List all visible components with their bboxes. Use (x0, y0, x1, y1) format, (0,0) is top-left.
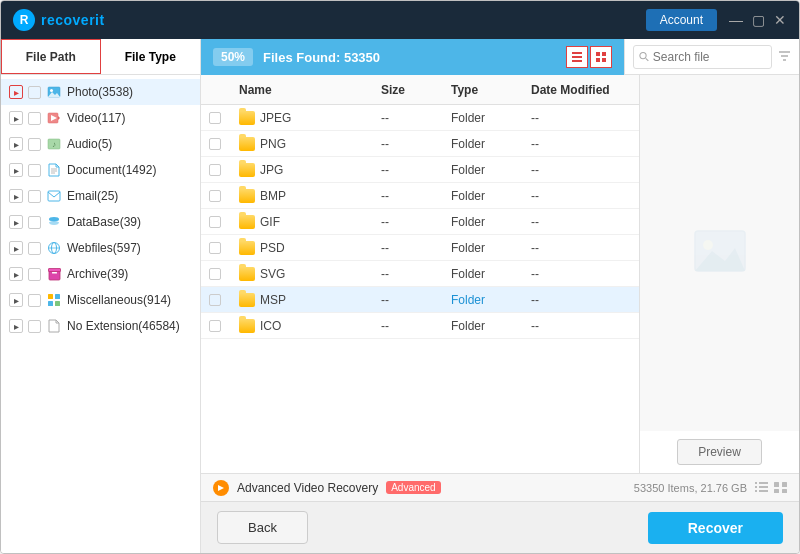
col-date-header: Date Modified (531, 83, 631, 97)
file-type: Folder (451, 293, 531, 307)
col-size-header: Size (381, 83, 451, 97)
file-name: SVG (260, 267, 285, 281)
search-input-wrap (633, 45, 772, 69)
svg-rect-23 (572, 52, 582, 54)
tab-file-path[interactable]: File Path (1, 39, 101, 74)
table-row[interactable]: GIF -- Folder -- (201, 209, 639, 235)
sidebar-item-database[interactable]: ▸ DataBase(39) (1, 209, 200, 235)
row-checkbox[interactable] (209, 294, 221, 306)
item-checkbox[interactable] (28, 164, 41, 177)
file-name: MSP (260, 293, 286, 307)
table-row[interactable]: ICO -- Folder -- (201, 313, 639, 339)
row-checkbox[interactable] (209, 216, 221, 228)
list-view-btn[interactable] (566, 46, 588, 68)
sidebar-item-email[interactable]: ▸ Email(25) (1, 183, 200, 209)
svg-line-31 (646, 58, 649, 61)
top-bar-row: 50% Files Found: 53350 (201, 39, 799, 75)
item-checkbox[interactable] (28, 216, 41, 229)
sidebar-item-photo[interactable]: ▸ Photo(3538) (1, 79, 200, 105)
table-row[interactable]: MSP -- Folder -- (201, 287, 639, 313)
sidebar-item-label-audio: Audio(5) (67, 137, 112, 151)
row-checkbox[interactable] (209, 320, 221, 332)
file-date: -- (531, 189, 631, 203)
sidebar-item-noext[interactable]: ▸ No Extension(46584) (1, 313, 200, 339)
recover-button[interactable]: Recover (648, 512, 783, 544)
sidebar-item-misc[interactable]: ▸ Miscellaneous(914) (1, 287, 200, 313)
file-name-cell: BMP (239, 189, 381, 203)
app-logo: R recoverit (13, 9, 105, 31)
photo-icon (46, 84, 62, 100)
sidebar-item-webfiles[interactable]: ▸ Webfiles(597) (1, 235, 200, 261)
preview-panel: Preview (639, 75, 799, 473)
item-checkbox[interactable] (28, 320, 41, 333)
search-input[interactable] (653, 50, 766, 64)
back-button[interactable]: Back (217, 511, 308, 544)
minimize-button[interactable]: — (729, 13, 743, 27)
preview-button[interactable]: Preview (677, 439, 762, 465)
preview-area (640, 75, 799, 431)
tab-file-type[interactable]: File Type (101, 39, 201, 74)
account-button[interactable]: Account (646, 9, 717, 31)
svg-point-30 (640, 52, 646, 58)
table-row[interactable]: PNG -- Folder -- (201, 131, 639, 157)
folder-icon (239, 137, 255, 151)
sidebar-item-archive[interactable]: ▸ Archive(39) (1, 261, 200, 287)
sidebar-item-label-webfiles: Webfiles(597) (67, 241, 141, 255)
file-name-cell: PSD (239, 241, 381, 255)
item-checkbox[interactable] (28, 242, 41, 255)
table-row[interactable]: JPG -- Folder -- (201, 157, 639, 183)
filter-icon[interactable] (778, 49, 791, 65)
table-row[interactable]: PSD -- Folder -- (201, 235, 639, 261)
row-checkbox[interactable] (209, 112, 221, 124)
item-checkbox[interactable] (28, 86, 41, 99)
item-checkbox[interactable] (28, 294, 41, 307)
item-checkbox[interactable] (28, 268, 41, 281)
grid-view-btn[interactable] (590, 46, 612, 68)
row-checkbox[interactable] (209, 138, 221, 150)
folder-icon (239, 319, 255, 333)
table-row[interactable]: BMP -- Folder -- (201, 183, 639, 209)
main-body: File Path File Type ▸ Photo(3538) ▸ (1, 39, 799, 553)
file-name-cell: MSP (239, 293, 381, 307)
sidebar-item-label-database: DataBase(39) (67, 215, 141, 229)
sidebar-item-audio[interactable]: ▸ ♪ Audio(5) (1, 131, 200, 157)
bottom-grid-icon[interactable] (774, 482, 787, 493)
svg-rect-47 (774, 489, 779, 493)
row-checkbox[interactable] (209, 242, 221, 254)
file-date: -- (531, 241, 631, 255)
file-date: -- (531, 137, 631, 151)
file-size: -- (381, 293, 451, 307)
title-bar: R recoverit Account — ▢ ✕ (1, 1, 799, 39)
file-name: GIF (260, 215, 280, 229)
row-checkbox[interactable] (209, 268, 221, 280)
folder-icon (239, 293, 255, 307)
bottom-list-icon[interactable] (755, 482, 768, 493)
item-checkbox[interactable] (28, 190, 41, 203)
file-type: Folder (451, 215, 531, 229)
svg-rect-27 (602, 52, 606, 56)
chevron-icon: ▸ (9, 293, 23, 307)
maximize-button[interactable]: ▢ (751, 13, 765, 27)
sidebar-item-document[interactable]: ▸ Document(1492) (1, 157, 200, 183)
item-checkbox[interactable] (28, 138, 41, 151)
sidebar-item-label-misc: Miscellaneous(914) (67, 293, 171, 307)
item-checkbox[interactable] (28, 112, 41, 125)
folder-icon (239, 111, 255, 125)
content-area: Name Size Type Date Modified JPEG (201, 75, 799, 473)
close-button[interactable]: ✕ (773, 13, 787, 27)
table-row[interactable]: SVG -- Folder -- (201, 261, 639, 287)
svg-rect-19 (48, 294, 53, 299)
sidebar-item-video[interactable]: ▸ Video(117) (1, 105, 200, 131)
window-controls: — ▢ ✕ (729, 13, 787, 27)
svg-rect-25 (572, 60, 582, 62)
adv-video-icon (213, 480, 229, 496)
file-size: -- (381, 137, 451, 151)
table-row[interactable]: JPEG -- Folder -- (201, 105, 639, 131)
sidebar-item-label-email: Email(25) (67, 189, 118, 203)
svg-rect-24 (572, 56, 582, 58)
row-checkbox[interactable] (209, 190, 221, 202)
file-type: Folder (451, 163, 531, 177)
row-checkbox[interactable] (209, 164, 221, 176)
file-table-header: Name Size Type Date Modified (201, 75, 639, 105)
file-table-body: JPEG -- Folder -- PNG (201, 105, 639, 473)
